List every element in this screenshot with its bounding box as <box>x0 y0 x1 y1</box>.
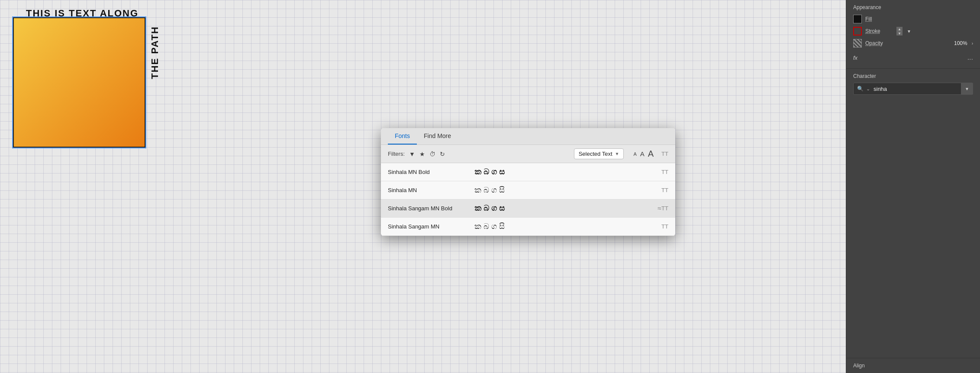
font-list-item-selected[interactable]: Sinhala Sangam MN Bold ක බ ග ස ≈ TT <box>381 199 675 218</box>
opacity-dropdown-arrow[interactable]: › <box>972 41 973 46</box>
font-list-item[interactable]: Sinhala MN ක බ ග සි TT <box>381 181 675 199</box>
tt-action-icon[interactable]: TT <box>661 223 668 230</box>
text-vertical: THE PATH <box>149 26 161 79</box>
opacity-row: Opacity 100% › <box>853 39 973 48</box>
font-name: Sinhala Sangam MN <box>388 223 474 230</box>
character-title: Character <box>853 73 973 79</box>
fill-color-swatch[interactable] <box>853 15 862 23</box>
tab-fonts[interactable]: Fonts <box>388 128 417 145</box>
filter-funnel-icon[interactable]: ▼ <box>409 151 415 158</box>
font-preview: ක බ ග සි <box>474 186 661 195</box>
stroke-color-swatch[interactable] <box>853 27 862 35</box>
align-section: Align <box>846 358 980 373</box>
size-buttons: A A A <box>633 149 654 159</box>
filters-label: Filters: <box>388 151 405 157</box>
font-name: Sinhala MN Bold <box>388 169 474 175</box>
tt-icon[interactable]: TT <box>661 151 668 157</box>
size-medium-button[interactable]: A <box>640 149 645 159</box>
fx-label[interactable]: fx <box>853 55 858 61</box>
font-name: Sinhala Sangam MN Bold <box>388 205 474 212</box>
appearance-title: Appearance <box>853 4 973 10</box>
search-type-indicator: ⌄ <box>866 86 870 92</box>
shape-square <box>13 17 145 148</box>
font-search-input[interactable] <box>874 86 961 92</box>
wavy-icon: ≈ <box>658 205 661 212</box>
right-panel: Appearance Fill Stroke ▲ ▼ ▼ Opacity 100… <box>846 0 980 373</box>
font-picker-filters: Filters: ▼ ★ ⏱ ↻ Selected Text ▼ A A A T… <box>381 145 675 163</box>
character-section: Character 🔍 ⌄ ✕ ▼ <box>846 69 980 99</box>
font-search-dropdown-button[interactable]: ▼ <box>961 83 973 95</box>
font-preview: ක බ ග ස <box>474 204 656 213</box>
font-picker-tabs: Fonts Find More <box>381 128 675 145</box>
selected-text-dropdown[interactable]: Selected Text ▼ <box>574 148 624 159</box>
fx-row: fx ... <box>853 51 973 64</box>
tt-action-icon[interactable]: TT <box>661 205 668 212</box>
font-search-wrapper: 🔍 ⌄ ✕ ▼ <box>853 83 973 95</box>
stroke-stepper[interactable]: ▲ ▼ <box>896 27 903 35</box>
star-icon[interactable]: ★ <box>419 151 425 158</box>
sync-icon[interactable]: ↻ <box>440 151 445 158</box>
font-name: Sinhala MN <box>388 187 474 193</box>
stroke-label[interactable]: Stroke <box>865 28 891 34</box>
font-list: Sinhala MN Bold ක බ ග ස TT Sinhala MN ක … <box>381 163 675 236</box>
appearance-section: Appearance Fill Stroke ▲ ▼ ▼ Opacity 100… <box>846 0 980 69</box>
selected-text-label: Selected Text <box>579 151 612 157</box>
size-small-button[interactable]: A <box>633 149 636 159</box>
tt-action-icon[interactable]: TT <box>661 187 668 193</box>
font-list-item[interactable]: Sinhala Sangam MN ක බ ග සි TT <box>381 218 675 236</box>
stroke-stepper-down[interactable]: ▼ <box>896 31 903 35</box>
font-preview: ක බ ග සි <box>474 222 661 231</box>
tab-find-more[interactable]: Find More <box>417 128 458 145</box>
clock-icon[interactable]: ⏱ <box>429 151 435 158</box>
shape-container[interactable] <box>12 16 146 148</box>
opacity-swatch <box>853 39 862 48</box>
stroke-row: Stroke ▲ ▼ ▼ <box>853 27 973 35</box>
align-title: Align <box>853 363 973 369</box>
font-picker-popup: Fonts Find More Filters: ▼ ★ ⏱ ↻ Selecte… <box>381 128 675 236</box>
canvas-area: THIS IS TEXT ALONG THE PATH Fonts Find M… <box>0 0 846 373</box>
size-large-button[interactable]: A <box>648 149 654 159</box>
fill-label[interactable]: Fill <box>865 16 891 22</box>
opacity-label[interactable]: Opacity <box>865 40 891 46</box>
stroke-dropdown-arrow[interactable]: ▼ <box>907 29 911 34</box>
dropdown-chevron-icon: ▼ <box>615 151 619 156</box>
stroke-stepper-up[interactable]: ▲ <box>896 27 903 31</box>
font-list-item[interactable]: Sinhala MN Bold ක බ ග ස TT <box>381 163 675 181</box>
font-search-row: 🔍 ⌄ ✕ ▼ <box>853 83 973 95</box>
opacity-value: 100% <box>954 40 967 46</box>
more-options-button[interactable]: ... <box>967 54 973 61</box>
search-icon: 🔍 <box>857 86 864 92</box>
font-preview: ක බ ග ස <box>474 167 661 177</box>
tt-action-icon[interactable]: TT <box>661 169 668 175</box>
fill-row: Fill <box>853 15 973 23</box>
